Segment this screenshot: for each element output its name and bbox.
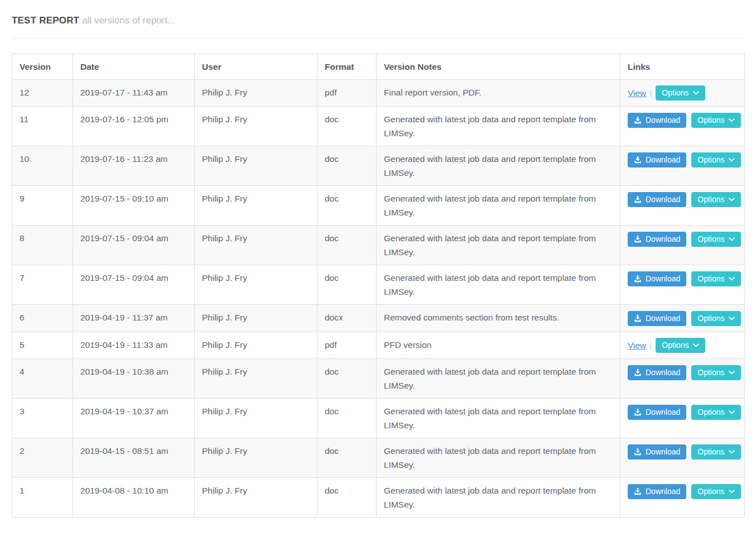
- options-button[interactable]: Options: [656, 85, 705, 100]
- notes-cell: Generated with latest job data and repor…: [377, 399, 620, 438]
- options-button-label: Options: [697, 367, 724, 378]
- column-header-format: Format: [317, 54, 377, 80]
- date-cell: 2019-07-16 - 11:23 am: [73, 146, 195, 186]
- user-cell: Philip J. Fry: [195, 146, 317, 186]
- download-button-label: Download: [646, 194, 680, 205]
- download-button[interactable]: Download: [628, 365, 686, 380]
- download-icon: [634, 275, 642, 283]
- download-icon: [634, 408, 642, 416]
- notes-cell: PFD version: [377, 332, 620, 358]
- options-button[interactable]: Options: [691, 365, 740, 380]
- download-button[interactable]: Download: [628, 311, 686, 326]
- date-cell: 2019-04-19 - 11:37 am: [73, 305, 195, 332]
- user-cell: Philip J. Fry: [195, 107, 317, 146]
- options-button[interactable]: Options: [691, 311, 740, 326]
- download-icon: [634, 235, 642, 243]
- notes-cell: Generated with latest job data and repor…: [377, 265, 620, 305]
- user-cell: Philip J. Fry: [195, 226, 317, 265]
- page-title: TEST REPORT all versions of report...: [12, 15, 744, 27]
- date-cell: 2019-07-15 - 09:10 am: [73, 186, 195, 226]
- user-cell: Philip J. Fry: [195, 332, 317, 358]
- version-cell: 8: [12, 226, 73, 265]
- chevron-down-icon: [729, 410, 735, 414]
- date-cell: 2019-04-19 - 10:37 am: [73, 399, 195, 438]
- chevron-down-icon: [729, 450, 735, 454]
- chevron-down-icon: [729, 490, 735, 494]
- options-button-label: Options: [697, 313, 724, 324]
- notes-cell: Generated with latest job data and repor…: [377, 478, 620, 518]
- download-button-label: Download: [646, 274, 680, 284]
- table-row: 2 2019-04-15 - 08:51 am Philip J. Fry do…: [12, 438, 745, 478]
- user-cell: Philip J. Fry: [195, 478, 317, 518]
- report-versions-table: VersionDateUserFormatVersion NotesLinks …: [12, 54, 745, 518]
- user-cell: Philip J. Fry: [195, 80, 317, 107]
- chevron-down-icon: [729, 317, 735, 320]
- options-button[interactable]: Options: [691, 192, 740, 207]
- table-row: 6 2019-04-19 - 11:37 am Philip J. Fry do…: [12, 305, 745, 332]
- options-button[interactable]: Options: [691, 484, 740, 499]
- notes-cell: Generated with latest job data and repor…: [377, 186, 620, 226]
- options-button-label: Options: [662, 340, 688, 351]
- options-button-label: Options: [697, 274, 724, 284]
- view-link[interactable]: View: [628, 341, 646, 350]
- download-icon: [634, 195, 642, 203]
- notes-cell: Generated with latest job data and repor…: [377, 146, 620, 186]
- chevron-down-icon: [729, 237, 735, 241]
- chevron-down-icon: [729, 198, 735, 202]
- download-button[interactable]: Download: [628, 232, 686, 247]
- format-cell: pdf: [317, 332, 377, 358]
- download-button-label: Download: [646, 115, 680, 126]
- download-button[interactable]: Download: [628, 152, 686, 168]
- table-row: 8 2019-07-15 - 09:04 am Philip J. Fry do…: [12, 226, 745, 265]
- options-button[interactable]: Options: [691, 232, 740, 247]
- user-cell: Philip J. Fry: [195, 359, 317, 399]
- options-button[interactable]: Options: [691, 152, 740, 168]
- column-header-date: Date: [73, 54, 195, 80]
- options-button[interactable]: Options: [656, 338, 705, 353]
- table-row: 7 2019-07-15 - 09:04 am Philip J. Fry do…: [12, 265, 745, 305]
- options-button[interactable]: Options: [691, 113, 740, 128]
- user-cell: Philip J. Fry: [195, 438, 317, 478]
- table-row: 4 2019-04-19 - 10:38 am Philip J. Fry do…: [12, 359, 745, 399]
- options-button-label: Options: [697, 115, 724, 126]
- table-row: 1 2019-04-08 - 10:10 am Philip J. Fry do…: [12, 478, 745, 518]
- table-row: 12 2019-07-17 - 11:43 am Philip J. Fry p…: [12, 80, 745, 107]
- download-button[interactable]: Download: [628, 444, 686, 460]
- download-button[interactable]: Download: [628, 113, 686, 128]
- download-button[interactable]: Download: [628, 192, 686, 207]
- chevron-down-icon: [693, 343, 699, 347]
- version-cell: 6: [12, 305, 73, 332]
- links-cell: DownloadOptions: [620, 186, 745, 226]
- version-cell: 10: [12, 146, 73, 186]
- format-cell: doc: [317, 107, 377, 146]
- download-button-label: Download: [646, 447, 680, 457]
- download-icon: [634, 156, 642, 164]
- version-cell: 11: [12, 107, 73, 146]
- download-button[interactable]: Download: [628, 405, 686, 420]
- date-cell: 2019-04-08 - 10:10 am: [73, 478, 195, 518]
- format-cell: doc: [317, 146, 377, 186]
- date-cell: 2019-07-16 - 12:05 pm: [73, 107, 195, 146]
- version-cell: 9: [12, 186, 73, 226]
- view-link[interactable]: View: [628, 88, 646, 98]
- date-cell: 2019-07-17 - 11:43 am: [73, 80, 195, 107]
- download-icon: [634, 116, 642, 124]
- date-cell: 2019-04-15 - 08:51 am: [73, 438, 195, 478]
- options-button-label: Options: [697, 486, 724, 497]
- download-button[interactable]: Download: [628, 484, 686, 499]
- version-cell: 3: [12, 399, 73, 438]
- options-button[interactable]: Options: [691, 271, 740, 286]
- version-cell: 2: [12, 438, 73, 478]
- options-button[interactable]: Options: [691, 444, 740, 460]
- links-cell: DownloadOptions: [620, 107, 745, 146]
- options-button-label: Options: [697, 155, 724, 165]
- version-cell: 4: [12, 359, 73, 399]
- chevron-down-icon: [729, 158, 735, 162]
- date-cell: 2019-04-19 - 10:38 am: [73, 359, 195, 399]
- table-row: 11 2019-07-16 - 12:05 pm Philip J. Fry d…: [12, 107, 745, 146]
- download-button[interactable]: Download: [628, 271, 686, 286]
- column-header-links: Links: [620, 54, 745, 80]
- download-icon: [634, 448, 642, 456]
- options-button[interactable]: Options: [691, 405, 740, 420]
- chevron-down-icon: [729, 371, 735, 375]
